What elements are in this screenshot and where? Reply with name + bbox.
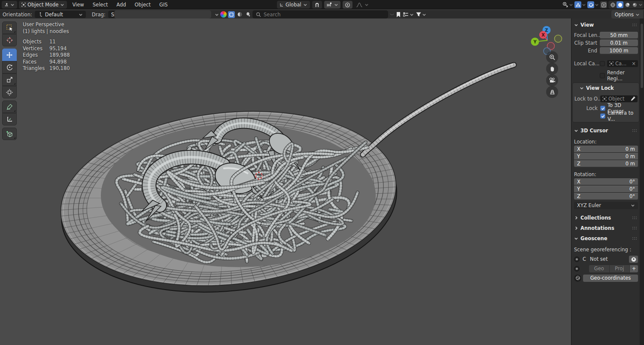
menu-gis[interactable]: GIS	[156, 0, 171, 9]
filter-paint-toggle[interactable]	[244, 11, 251, 18]
lock-to-object-field[interactable]: Object	[600, 95, 638, 102]
section-3d-cursor-header[interactable]: 3D Cursor	[574, 127, 638, 134]
tool-transform[interactable]	[2, 86, 17, 98]
material-preview-sphere-icon[interactable]	[220, 11, 227, 18]
panel-grip-icon[interactable]	[632, 216, 638, 220]
camera-to-view-checkbox[interactable]	[600, 113, 605, 119]
local-camera-object-field[interactable]: Ca... ×	[607, 60, 638, 67]
tool-annotate[interactable]	[2, 101, 17, 113]
section-annotations-header[interactable]: Annotations	[574, 224, 638, 232]
measure-icon	[6, 116, 13, 123]
section-view-header[interactable]: View	[574, 21, 638, 29]
orientation-gizmo[interactable]: Z X Y	[526, 22, 565, 61]
menu-select[interactable]: Select	[89, 0, 111, 9]
search-input[interactable]	[264, 12, 371, 18]
focal-length-label: Focal Len...	[574, 32, 600, 38]
options-button[interactable]: Options	[611, 10, 643, 18]
menu-view[interactable]: View	[69, 0, 87, 9]
shading-wireframe-button[interactable]	[609, 1, 616, 8]
snap-target-dropdown[interactable]	[324, 1, 340, 9]
arc-icon[interactable]	[390, 12, 394, 17]
3d-viewport[interactable]: User Perspective (1) lights | noodles Ob…	[0, 18, 571, 345]
snap-toggle-button[interactable]	[312, 1, 322, 9]
cursor-loc-y-field[interactable]: Y0 m	[574, 153, 638, 160]
mode-dropdown[interactable]: Object Mode	[19, 1, 67, 9]
to-3d-cursor-checkbox[interactable]	[600, 106, 605, 111]
euler-order-dropdown[interactable]: XYZ Euler	[574, 202, 638, 209]
editor-type-button[interactable]	[2, 1, 17, 9]
tool-rotate[interactable]	[2, 61, 17, 73]
tool-measure[interactable]	[2, 113, 17, 125]
chevron-right-icon	[574, 216, 578, 220]
clip-start-field[interactable]: 0.01 m	[600, 40, 638, 46]
section-collections-header[interactable]: Collections	[574, 214, 638, 222]
tool-cursor[interactable]	[2, 34, 17, 46]
menu-add[interactable]: Add	[113, 0, 129, 9]
zoom-button[interactable]	[546, 51, 558, 63]
sidebar-scrollbar[interactable]	[640, 18, 644, 345]
cursor-rot-z-field[interactable]: Z0°	[574, 193, 638, 200]
view-perspective-label: User Perspective	[23, 21, 70, 28]
rendered-sphere-icon	[632, 2, 638, 8]
search-box[interactable]	[252, 10, 388, 18]
shading-rendered-button[interactable]	[631, 1, 638, 8]
viewport-nav-column: Z X Y	[526, 18, 565, 122]
add-crs-button[interactable]: +	[630, 265, 638, 272]
transform-orientation-dropdown[interactable]: Global	[277, 1, 310, 9]
select-box-icon	[6, 24, 13, 31]
section-view-lock: View Lock Lock to O... Object Lock To 3D…	[572, 82, 639, 122]
show-overlays-toggle[interactable]	[574, 1, 581, 8]
filter-box-toggle[interactable]	[228, 11, 235, 18]
cursor-rot-y-field[interactable]: Y0°	[574, 186, 638, 192]
tool-select-box[interactable]	[2, 21, 17, 34]
xray-toggle[interactable]	[600, 1, 607, 8]
menu-object[interactable]: Object	[131, 0, 154, 9]
filter-funnel-icon[interactable]	[416, 12, 422, 17]
cursor-loc-z-field[interactable]: Z0 m	[574, 160, 638, 167]
section-geoscene-header[interactable]: Geoscene	[574, 235, 638, 242]
shading-material-button[interactable]	[624, 1, 631, 8]
geo-coordinates-button[interactable]: Geo-coordinates	[583, 275, 638, 282]
geo-radio[interactable]	[574, 266, 580, 272]
camera-view-button[interactable]	[546, 74, 558, 86]
crs-settings-button[interactable]	[629, 256, 638, 263]
tool-scale[interactable]	[2, 73, 17, 86]
orientation-setting-dropdown[interactable]: Default	[35, 11, 86, 18]
proj-button[interactable]: Proj	[610, 265, 630, 272]
panel-grip-icon[interactable]	[632, 237, 638, 240]
cursor-orientation-icon	[38, 12, 43, 17]
tool-move[interactable]	[2, 49, 17, 61]
local-camera-checkbox[interactable]	[600, 61, 605, 66]
shading-solid-button[interactable]	[617, 1, 623, 8]
section-view-lock-header[interactable]: View Lock	[574, 84, 638, 92]
grid-icon	[549, 89, 556, 95]
panel-grip-icon[interactable]	[632, 129, 638, 132]
proportional-falloff-dropdown[interactable]	[355, 1, 370, 9]
clear-icon[interactable]: ×	[632, 61, 636, 67]
pan-button[interactable]	[546, 63, 558, 75]
panel-grip-icon[interactable]	[632, 226, 638, 230]
eyedropper-icon[interactable]	[630, 96, 635, 101]
viewport-gizmos-toggle[interactable]	[587, 1, 594, 8]
panel-grip-icon[interactable]	[632, 23, 638, 27]
filter-shading-toggle[interactable]	[236, 11, 243, 18]
scene-canvas	[0, 18, 571, 345]
ortho-toggle-button[interactable]	[546, 86, 558, 98]
section-view-lock-title: View Lock	[586, 85, 614, 91]
tool-add-cube[interactable]	[2, 128, 17, 140]
render-region-checkbox[interactable]	[600, 73, 605, 78]
bookmark-icon[interactable]	[396, 12, 401, 18]
geo-button[interactable]: Geo	[589, 265, 609, 272]
orientation-setting-label: Orientation:	[3, 12, 32, 18]
cursor-rot-x-field[interactable]: X0°	[574, 178, 638, 185]
clip-end-field[interactable]: 1000 m	[600, 47, 638, 54]
proportional-editing-button[interactable]	[343, 1, 352, 9]
stat-faces: Faces94,898	[23, 59, 70, 66]
gizmo-y-neg-axis[interactable]	[555, 35, 562, 43]
cursor-loc-x-field[interactable]: X0 m	[574, 146, 638, 153]
collapse-chevron-icon[interactable]	[215, 12, 219, 17]
show-gizmo-dropdown[interactable]	[562, 0, 573, 9]
focal-length-field[interactable]: 50 mm	[600, 32, 638, 39]
display-mode-icon[interactable]	[403, 12, 409, 17]
crs-radio[interactable]	[574, 256, 580, 262]
